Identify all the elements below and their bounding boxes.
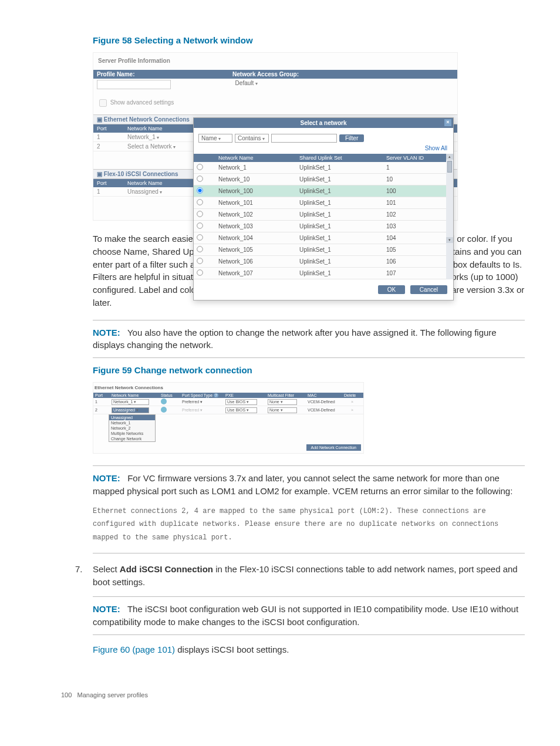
col-port: Port — [93, 393, 110, 398]
network-name-cell: Network_106 — [216, 257, 297, 266]
network-radio[interactable] — [197, 164, 203, 170]
network-radio[interactable] — [197, 234, 203, 240]
port-cell: 2 — [93, 407, 110, 413]
scroll-thumb[interactable] — [447, 161, 452, 173]
delete-icon[interactable]: × — [342, 407, 362, 413]
network-radio[interactable] — [197, 175, 203, 181]
network-radio[interactable] — [197, 211, 203, 217]
page-footer: 100 Managing server profiles — [61, 691, 525, 698]
col-port: Port — [93, 124, 124, 133]
ethernet-connection-row: 2 Unassigned Preferred ▾ Use BIOS None V… — [93, 406, 363, 414]
network-option-row[interactable]: Network_101 UplinkSet_1 101 — [194, 197, 446, 209]
figure-59-screenshot: Ethernet Network Connections Port Networ… — [93, 382, 364, 454]
server-vlan-id-cell: 104 — [384, 234, 446, 242]
pxe-dropdown[interactable]: Use BIOS — [225, 407, 257, 413]
dropdown-item[interactable]: Multiple Networks — [109, 431, 155, 436]
network-access-group-label: Network Access Group: — [232, 71, 454, 77]
help-icon[interactable]: ? — [214, 393, 218, 397]
filter-op-dropdown[interactable]: Contains — [235, 134, 269, 143]
figure-58-screenshot: Server Profile Information Profile Name:… — [93, 52, 458, 221]
port-speed-type-dropdown[interactable]: Preferred ▾ — [180, 399, 224, 405]
network-radio[interactable] — [197, 258, 203, 264]
network-option-row[interactable]: Network_105 UplinkSet_1 105 — [194, 244, 446, 256]
network-name-cell: Network_102 — [216, 210, 297, 219]
port-cell: 2 — [93, 142, 124, 151]
figure-58-caption: Figure 58 Selecting a Network window — [93, 35, 525, 45]
network-name-dropdown[interactable]: Unassigned — [127, 188, 162, 195]
pxe-dropdown[interactable]: Use BIOS — [225, 399, 257, 405]
multicast-filter-dropdown[interactable]: None — [268, 399, 297, 405]
network-name-dropdown[interactable]: Unassigned — [112, 407, 149, 413]
note-label: NOTE: — [93, 328, 120, 337]
network-radio[interactable] — [197, 222, 203, 228]
network-option-row[interactable]: Network_104 UplinkSet_1 104 — [194, 232, 446, 244]
server-profile-info-title: Server Profile Information — [98, 58, 457, 64]
col-port-speed-type: Port Speed Type ? — [180, 393, 224, 398]
network-name-dropdown[interactable]: Network_1 — [127, 134, 159, 140]
multicast-filter-dropdown[interactable]: None — [268, 407, 297, 413]
port-speed-type-dropdown[interactable]: Preferred ▾ — [180, 407, 224, 413]
profile-header-bar: Profile Name: Network Access Group: — [93, 70, 457, 79]
add-network-connection-button[interactable]: Add Network Connection — [306, 444, 361, 451]
server-vlan-id-cell: 106 — [384, 257, 446, 266]
ss2-grid-header: Port Network Name Status Port Speed Type… — [93, 393, 363, 398]
network-radio[interactable] — [197, 199, 203, 205]
network-option-row[interactable]: Network_1 UplinkSet_1 1 — [194, 162, 446, 174]
network-radio[interactable] — [197, 187, 203, 193]
server-vlan-id-cell: 101 — [384, 198, 446, 207]
network-change-dropdown[interactable]: UnassignedNetwork_1Network_2Multiple Net… — [109, 414, 156, 442]
dropdown-item[interactable]: Network_1 — [109, 420, 155, 426]
shared-uplink-set-cell: UplinkSet_1 — [297, 163, 384, 172]
network-option-row[interactable]: Network_107 UplinkSet_1 107 — [194, 268, 446, 279]
shared-uplink-set-cell: UplinkSet_1 — [297, 175, 384, 184]
network-name-cell: Network_103 — [216, 222, 297, 231]
network-option-row[interactable]: Network_106 UplinkSet_1 106 — [194, 256, 446, 268]
network-name-cell: Network_10 — [216, 175, 297, 184]
cancel-button[interactable]: Cancel — [410, 285, 447, 294]
note-label: NOTE: — [93, 604, 120, 614]
col-pxe: PXE — [224, 393, 266, 398]
shared-uplink-set-cell: UplinkSet_1 — [297, 198, 384, 207]
network-name-cell: Network_107 — [216, 269, 297, 278]
network-name-dropdown[interactable]: Select a Network — [127, 143, 176, 150]
network-option-row[interactable]: Network_103 UplinkSet_1 103 — [194, 221, 446, 232]
col-port-flex: Port — [93, 179, 124, 187]
dropdown-item[interactable]: Unassigned — [109, 415, 155, 420]
col-multicast-filter: Multicast Filter — [266, 393, 306, 398]
network-option-row[interactable]: Network_100 UplinkSet_1 100 — [194, 185, 446, 197]
network-radio[interactable] — [197, 246, 203, 252]
status-icon — [161, 407, 167, 413]
error-sample-text: Ethernet connections 2, 4 are mapped to … — [93, 505, 525, 545]
dropdown-item[interactable]: Change Network — [109, 436, 155, 441]
shared-uplink-set-cell: UplinkSet_1 — [297, 222, 384, 231]
network-option-row[interactable]: Network_10 UplinkSet_1 10 — [194, 174, 446, 185]
close-icon[interactable]: × — [444, 119, 451, 126]
shared-uplink-set-cell: UplinkSet_1 — [297, 187, 384, 195]
ok-button[interactable]: OK — [378, 285, 405, 294]
delete-icon[interactable]: × — [342, 399, 362, 404]
network-radio[interactable] — [197, 269, 203, 275]
server-vlan-id-cell: 105 — [384, 245, 446, 254]
network-option-row[interactable]: Network_102 UplinkSet_1 102 — [194, 209, 446, 221]
show-advanced-checkbox[interactable] — [99, 99, 107, 107]
scroll-up-icon[interactable]: ▴ — [446, 154, 453, 160]
filter-by-dropdown[interactable]: Name — [198, 134, 232, 143]
popup-scrollbar[interactable]: ▴ ▾ — [446, 154, 453, 279]
col-network-name: Network Name — [110, 393, 159, 398]
note-iscsi-ie10: NOTE: The iSCSI boot configuration web G… — [93, 596, 525, 635]
col-network-name: Network Name — [216, 154, 297, 162]
figure-60-link[interactable]: Figure 60 (page 101) — [93, 644, 175, 654]
network-name-cell: Network_100 — [216, 187, 297, 195]
network-access-group-dropdown[interactable]: Default — [235, 80, 258, 86]
filter-text-input[interactable] — [271, 134, 337, 143]
step-7-number: 7. — [75, 563, 93, 656]
show-advanced-settings[interactable]: Show advanced settings — [97, 97, 457, 109]
profile-name-input[interactable] — [97, 80, 171, 89]
scroll-down-icon[interactable]: ▾ — [446, 237, 453, 243]
profile-name-label: Profile Name: — [97, 71, 232, 77]
network-name-dropdown[interactable]: Network_1 — [112, 399, 149, 405]
show-all-link[interactable]: Show All — [194, 145, 453, 154]
filter-button[interactable]: Filter — [339, 134, 364, 142]
server-vlan-id-cell: 107 — [384, 269, 446, 278]
dropdown-item[interactable]: Network_2 — [109, 426, 155, 431]
